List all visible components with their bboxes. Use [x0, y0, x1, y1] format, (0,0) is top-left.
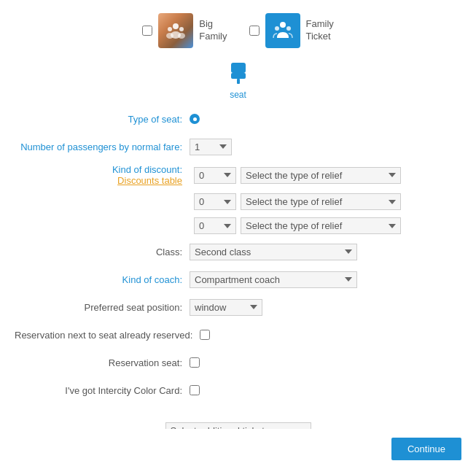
discount-count-1[interactable]: 0123	[194, 167, 236, 184]
seat-position-row: Preferred seat position: window aisle no…	[15, 297, 461, 317]
svg-point-0	[173, 23, 179, 29]
discount-row-2: 0123 Select the type of relief	[15, 193, 461, 210]
seat-section: seat	[0, 55, 476, 103]
family-ticket-icon	[265, 13, 300, 48]
intercity-label: I've got Intercity Color Card:	[15, 385, 190, 396]
passengers-label: Number of passengers by normal fare:	[15, 142, 190, 152]
discount-row-1: Kind of discount: Discounts table 0123 S…	[15, 164, 461, 186]
type-of-seat-label: Type of seat:	[15, 114, 190, 125]
discount-row-3: 0123 Select the type of relief	[15, 217, 461, 234]
discount-count-2[interactable]: 0123	[194, 193, 236, 210]
seat-position-select[interactable]: window aisle no preference	[190, 299, 262, 316]
coach-controls: Compartment coach Open coach	[190, 271, 357, 288]
big-family-icon	[158, 13, 193, 48]
svg-rect-9	[231, 63, 246, 73]
kind-of-discount-label: Kind of discount:	[15, 164, 182, 175]
form-section: Type of seat: Number of passengers by no…	[0, 103, 476, 400]
svg-rect-11	[237, 79, 240, 84]
reservation-seat-checkbox[interactable]	[190, 357, 200, 368]
coach-row: Kind of coach: Compartment coach Open co…	[15, 269, 461, 290]
seat-position-label: Preferred seat position:	[15, 302, 190, 313]
class-controls: Second class First class	[190, 244, 357, 260]
footer: Continue	[0, 429, 476, 469]
reservation-next-row: Reservation next to seat already reserve…	[15, 325, 461, 345]
seat-icon	[228, 61, 249, 88]
svg-point-7	[275, 26, 279, 31]
svg-point-4	[179, 27, 184, 31]
discount-type-1[interactable]: Select the type of relief	[241, 167, 401, 184]
reservation-seat-label: Reservation seat:	[15, 357, 190, 368]
svg-rect-10	[231, 73, 246, 79]
type-of-seat-controls	[190, 114, 200, 124]
passengers-row: Number of passengers by normal fare: 1 2…	[15, 136, 461, 157]
continue-button[interactable]: Continue	[391, 438, 461, 460]
svg-point-6	[280, 22, 286, 28]
reservation-seat-controls	[190, 357, 200, 368]
svg-point-8	[286, 26, 291, 31]
family-ticket-checkbox[interactable]	[249, 26, 260, 36]
discount-type-3[interactable]: Select the type of relief	[241, 217, 401, 234]
discounts-table-link[interactable]: Discounts table	[117, 175, 182, 186]
reservation-next-label: Reservation next to seat already reserve…	[15, 330, 200, 341]
svg-point-2	[168, 27, 172, 31]
big-family-label: BigFamily	[199, 18, 227, 43]
big-family-option[interactable]: BigFamily	[142, 13, 227, 48]
type-of-seat-row: Type of seat:	[15, 109, 461, 129]
seat-position-controls: window aisle no preference	[190, 299, 262, 316]
svg-point-3	[166, 33, 173, 39]
class-label: Class:	[15, 247, 190, 257]
discount-label-area: Kind of discount: Discounts table	[15, 164, 190, 186]
family-ticket-option[interactable]: FamilyTicket	[249, 13, 334, 48]
class-select[interactable]: Second class First class	[190, 244, 357, 260]
reservation-next-controls	[200, 330, 210, 340]
discount-count-3[interactable]: 0123	[194, 217, 236, 234]
svg-point-5	[178, 33, 185, 39]
intercity-controls	[190, 385, 200, 395]
coach-label: Kind of coach:	[15, 274, 190, 285]
coach-select[interactable]: Compartment coach Open coach	[190, 271, 357, 288]
class-row: Class: Second class First class	[15, 241, 461, 262]
passengers-select[interactable]: 1 2 3 4 5 6	[190, 139, 232, 155]
intercity-checkbox[interactable]	[190, 385, 200, 395]
seat-label: seat	[230, 90, 246, 100]
seat-radio[interactable]	[190, 114, 200, 124]
big-family-checkbox[interactable]	[142, 26, 152, 36]
intercity-row: I've got Intercity Color Card:	[15, 380, 461, 400]
reservation-next-checkbox[interactable]	[200, 330, 210, 340]
passengers-controls: 1 2 3 4 5 6	[190, 139, 232, 155]
family-ticket-label: FamilyTicket	[306, 18, 334, 43]
discount-type-2[interactable]: Select the type of relief	[241, 193, 401, 210]
top-options: BigFamily FamilyTicket	[0, 0, 476, 55]
reservation-seat-row: Reservation seat:	[15, 352, 461, 373]
